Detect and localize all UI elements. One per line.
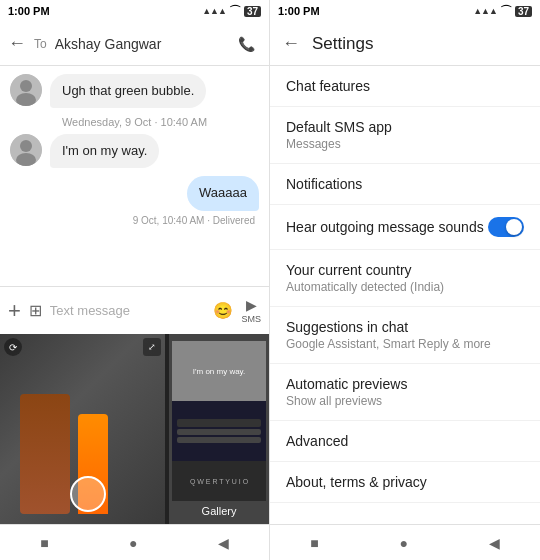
gallery-mini-preview: I'm on my way. Q W E R T Y U I O <box>172 341 266 501</box>
svg-point-4 <box>20 140 32 152</box>
signal-icon: ▲▲▲ <box>202 6 226 16</box>
settings-item-country[interactable]: Your current country Automatically detec… <box>270 250 540 307</box>
settings-item-title: Default SMS app <box>286 119 524 135</box>
message-row: I'm on my way. <box>10 134 259 168</box>
right-nav-bar: ■ ● ◀ <box>270 524 540 560</box>
more-icon[interactable]: ⋮ <box>263 33 270 55</box>
send-icon: ▶ <box>246 297 257 313</box>
square-nav-icon[interactable]: ■ <box>40 535 48 551</box>
right-square-nav-icon[interactable]: ■ <box>310 535 318 551</box>
right-status-bar: 1:00 PM ▲▲▲ ⌒ 37 <box>270 0 540 22</box>
timestamp: Wednesday, 9 Oct · 10:40 AM <box>10 116 259 128</box>
settings-item-chat-features[interactable]: Chat features <box>270 66 540 107</box>
wifi-icon: ⌒ <box>229 3 241 20</box>
phone-icon[interactable]: 📞 <box>238 36 255 52</box>
settings-item-subtitle: Google Assistant, Smart Reply & more <box>286 337 524 351</box>
settings-item-suggestions[interactable]: Suggestions in chat Google Assistant, Sm… <box>270 307 540 364</box>
settings-item-row: Hear outgoing message sounds <box>286 217 524 237</box>
input-bar: + ⊞ Text message 😊 ▶ SMS <box>0 286 269 334</box>
settings-item-default-sms[interactable]: Default SMS app Messages <box>270 107 540 164</box>
toggle-knob <box>506 219 522 235</box>
gallery-label: Gallery <box>202 505 237 517</box>
right-time: 1:00 PM <box>278 5 320 17</box>
settings-item-title: Hear outgoing message sounds <box>286 219 484 235</box>
send-sms-button[interactable]: ▶ SMS <box>241 297 261 324</box>
settings-item-notifications[interactable]: Notifications <box>270 164 540 205</box>
message-row-outgoing: Waaaaa <box>10 176 259 210</box>
camera-mode-icon[interactable]: ⟳ <box>4 338 22 356</box>
message-bubble-outgoing: Waaaaa <box>187 176 259 210</box>
settings-item-title: Your current country <box>286 262 524 278</box>
object-box <box>20 394 70 514</box>
left-time: 1:00 PM <box>8 5 50 17</box>
settings-item-outgoing-sounds[interactable]: Hear outgoing message sounds <box>270 205 540 250</box>
right-status-icons: ▲▲▲ ⌒ 37 <box>473 3 532 20</box>
right-panel: 1:00 PM ▲▲▲ ⌒ 37 ← Settings Chat feature… <box>270 0 540 560</box>
circle-nav-icon[interactable]: ● <box>129 535 137 551</box>
settings-item-advanced[interactable]: Advanced <box>270 421 540 462</box>
media-area: ⟳ ⤢ I'm on my way. <box>0 334 269 524</box>
outgoing-sounds-toggle[interactable] <box>488 217 524 237</box>
gallery-thumbnail[interactable]: I'm on my way. Q W E R T Y U I O Gallery <box>169 334 269 524</box>
shutter-button[interactable] <box>70 476 106 512</box>
camera-expand-icon[interactable]: ⤢ <box>143 338 161 356</box>
avatar <box>10 134 42 166</box>
message-bubble: Ugh that green bubble. <box>50 74 206 108</box>
settings-item-title: Suggestions in chat <box>286 319 524 335</box>
left-panel: 1:00 PM ▲▲▲ ⌒ 37 ← To 📞 ⋮ Ugh that <box>0 0 270 560</box>
messages-area: Ugh that green bubble. Wednesday, 9 Oct … <box>0 66 269 286</box>
sticker-icon[interactable]: ⊞ <box>29 301 42 320</box>
delivered-status: 9 Oct, 10:40 AM · Delivered <box>10 215 259 226</box>
settings-back-button[interactable]: ← <box>282 33 300 54</box>
settings-item-title: About, terms & privacy <box>286 474 524 490</box>
left-nav-bar: ■ ● ◀ <box>0 524 269 560</box>
camera-view[interactable]: ⟳ ⤢ <box>0 334 165 524</box>
sms-label: SMS <box>241 314 261 324</box>
settings-item-auto-previews[interactable]: Automatic previews Show all previews <box>270 364 540 421</box>
settings-item-subtitle: Messages <box>286 137 524 151</box>
settings-item-subtitle: Automatically detected (India) <box>286 280 524 294</box>
avatar <box>10 74 42 106</box>
back-button[interactable]: ← <box>8 33 26 54</box>
plus-icon[interactable]: + <box>8 298 21 324</box>
emoji-icon[interactable]: 😊 <box>213 301 233 320</box>
battery-icon: 37 <box>244 6 261 17</box>
svg-point-1 <box>20 80 32 92</box>
message-input[interactable]: Text message <box>50 303 206 318</box>
recipient-input[interactable] <box>55 36 230 52</box>
right-back-nav-icon[interactable]: ◀ <box>489 535 500 551</box>
right-wifi-icon: ⌒ <box>500 3 512 20</box>
settings-title: Settings <box>312 34 373 54</box>
settings-item-title: Chat features <box>286 78 524 94</box>
right-circle-nav-icon[interactable]: ● <box>400 535 408 551</box>
to-label: To <box>34 37 47 51</box>
left-status-bar: 1:00 PM ▲▲▲ ⌒ 37 <box>0 0 269 22</box>
settings-toolbar: ← Settings <box>270 22 540 66</box>
back-nav-icon[interactable]: ◀ <box>218 535 229 551</box>
right-battery-icon: 37 <box>515 6 532 17</box>
settings-item-title: Advanced <box>286 433 524 449</box>
settings-item-title: Automatic previews <box>286 376 524 392</box>
right-signal-icon: ▲▲▲ <box>473 6 497 16</box>
settings-item-about[interactable]: About, terms & privacy <box>270 462 540 503</box>
left-toolbar: ← To 📞 ⋮ <box>0 22 269 66</box>
message-row: Ugh that green bubble. <box>10 74 259 108</box>
settings-list: Chat features Default SMS app Messages N… <box>270 66 540 524</box>
message-bubble: I'm on my way. <box>50 134 159 168</box>
left-status-icons: ▲▲▲ ⌒ 37 <box>202 3 261 20</box>
recipient-area: To <box>34 36 230 52</box>
settings-item-title: Notifications <box>286 176 524 192</box>
settings-item-subtitle: Show all previews <box>286 394 524 408</box>
